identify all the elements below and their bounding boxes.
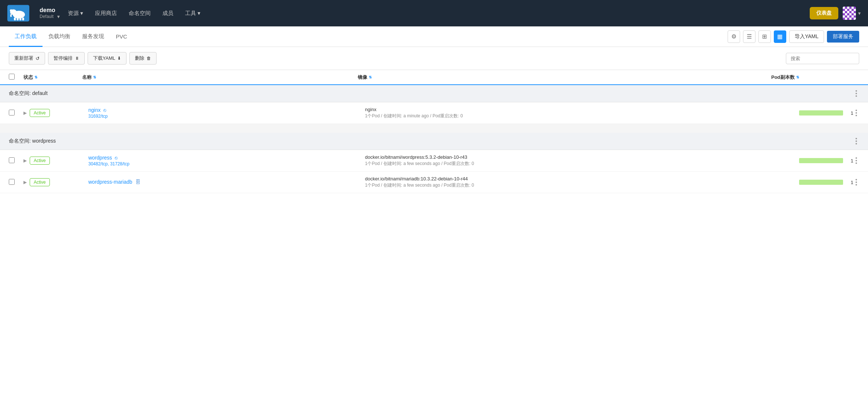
svg-rect-11 — [852, 7, 854, 9]
nav-right-area: 仪表盘 — [810, 7, 861, 20]
tab-load-balance[interactable]: 负载均衡 — [43, 26, 76, 47]
col-header-name[interactable]: 名称 ⇅ — [82, 74, 358, 81]
svg-rect-19 — [849, 13, 852, 15]
namespace-label-wordpress: 命名空间: wordpress — [9, 138, 853, 144]
row-more-btn-nginx[interactable] — [853, 108, 859, 118]
logo-area — [7, 4, 29, 22]
download-icon: ⬇ — [117, 56, 121, 61]
col-header-image[interactable]: 镜像 ⇅ — [358, 74, 771, 81]
pods-sort-arrows: ⇅ — [796, 75, 799, 79]
pod-count-wordpress: 1 — [846, 158, 853, 164]
tabs-right: ⚙ ☰ ⊞ ▦ 导入YAML 部署服务 — [728, 30, 859, 43]
table-row: ▶ Active wordpress-mariadb 🗄 docker.io/b… — [0, 172, 868, 193]
status-badge-nginx: Active — [30, 109, 50, 117]
deploy-service-button[interactable]: 部署服务 — [827, 31, 859, 43]
brand-default: Default ▾ — [40, 14, 60, 19]
image-meta-wordpress: 1个Pod / 创建时间: a few seconds ago / Pod重启次… — [365, 161, 780, 167]
workload-name-wordpress[interactable]: wordpress — [88, 155, 112, 161]
svg-rect-10 — [847, 7, 849, 9]
main-nav: 资源 ▾ 应用商店 命名空间 成员 工具 ▾ — [63, 7, 810, 20]
expand-btn-nginx[interactable]: ▶ — [23, 110, 27, 115]
image-name-nginx: nginx — [365, 107, 780, 112]
image-sort-arrows: ⇅ — [369, 75, 372, 79]
pod-count-mariadb: 1 — [846, 180, 853, 185]
nav-tools[interactable]: 工具 ▾ — [180, 7, 206, 20]
svg-rect-16 — [847, 11, 849, 13]
svg-rect-17 — [852, 11, 854, 13]
tabs-left: 工作负载 负载均衡 服务发现 PVC — [9, 26, 728, 47]
svg-rect-20 — [854, 13, 856, 15]
svg-rect-13 — [849, 9, 852, 11]
svg-rect-25 — [849, 18, 852, 20]
import-yaml-button[interactable]: 导入YAML — [789, 30, 824, 43]
top-navbar: demo Default ▾ 资源 ▾ 应用商店 命名空间 成员 工具 ▾ 仪表… — [0, 0, 868, 26]
nav-namespaces[interactable]: 命名空间 — [124, 7, 156, 20]
col-header-pods[interactable]: Pod副本数 ⇅ — [771, 74, 845, 81]
expand-btn-wordpress[interactable]: ▶ — [23, 158, 27, 163]
row-checkbox-wordpress[interactable] — [9, 157, 15, 163]
row-checkbox-mariadb[interactable] — [9, 179, 15, 185]
main-content: 工作负载 负载均衡 服务发现 PVC ⚙ ☰ ⊞ ▦ 导入YAML 部署服务 重… — [0, 26, 868, 396]
nav-resources[interactable]: 资源 ▾ — [63, 7, 88, 20]
toolbar: 重新部署 ↺ 暂停编排 ⏸ 下载YAML ⬇ 删除 🗑 — [0, 47, 868, 70]
workload-name-mariadb[interactable]: wordpress-mariadb — [88, 179, 132, 185]
status-sort-arrows: ⇅ — [34, 75, 37, 79]
namespace-wordpress-more-btn[interactable] — [853, 136, 859, 146]
svg-rect-18 — [845, 13, 847, 15]
image-name-mariadb: docker.io/bitnami/mariadb:10.3.22-debian… — [365, 176, 780, 182]
select-all-checkbox[interactable] — [9, 74, 15, 80]
redeploy-button[interactable]: 重新部署 ↺ — [9, 52, 45, 65]
search-input[interactable] — [786, 53, 859, 64]
svg-rect-15 — [843, 11, 845, 13]
table-row: ▶ Active nginx ⎋ 31692/tcp nginx 1个Pod /… — [0, 102, 868, 124]
app-logo — [7, 4, 29, 22]
nav-appstore[interactable]: 应用商店 — [90, 7, 122, 20]
namespace-row-wordpress: 命名空间: wordpress — [0, 133, 868, 150]
avatar-dropdown-arrow: ▾ — [858, 10, 861, 16]
tools-dropdown-arrow: ▾ — [198, 10, 201, 16]
svg-rect-24 — [845, 18, 847, 20]
brand-name: demo — [40, 7, 60, 14]
pod-bar-mariadb — [799, 180, 843, 185]
user-avatar-area[interactable]: ▾ — [843, 7, 861, 20]
dashboard-button[interactable]: 仪表盘 — [810, 7, 838, 19]
header-checkbox-col — [9, 74, 23, 81]
namespace-row-default: 命名空间: default — [0, 85, 868, 102]
tab-service-discovery[interactable]: 服务发现 — [76, 26, 110, 47]
workload-name-nginx[interactable]: nginx — [88, 107, 100, 113]
delete-button[interactable]: 删除 🗑 — [129, 52, 157, 65]
col-header-status[interactable]: 状态 ⇅ — [23, 74, 82, 81]
svg-rect-4 — [14, 18, 16, 21]
view-table-icon-btn[interactable]: ▦ — [774, 30, 786, 43]
svg-rect-22 — [847, 15, 849, 18]
pod-bar-nginx — [799, 110, 843, 115]
row-checkbox-nginx[interactable] — [9, 110, 15, 115]
svg-rect-12 — [845, 9, 847, 11]
namespace-default-more-btn[interactable] — [853, 89, 859, 98]
svg-rect-7 — [22, 18, 24, 21]
row-more-btn-mariadb[interactable] — [853, 177, 859, 187]
svg-rect-26 — [854, 18, 856, 20]
name-sort-arrows: ⇅ — [93, 75, 96, 79]
view-group-icon-btn[interactable]: ⊞ — [758, 30, 771, 43]
view-config-icon-btn[interactable]: ⚙ — [728, 30, 740, 43]
nav-members[interactable]: 成员 — [157, 7, 179, 20]
resources-dropdown-arrow: ▾ — [80, 10, 83, 16]
pause-icon: ⏸ — [75, 56, 79, 61]
download-yaml-button[interactable]: 下载YAML ⬇ — [88, 52, 126, 65]
link-icon-nginx: ⎋ — [103, 107, 106, 113]
namespace-spacer — [0, 124, 868, 133]
view-list-icon-btn[interactable]: ☰ — [743, 30, 755, 43]
pause-button[interactable]: 暂停编排 ⏸ — [48, 52, 85, 65]
image-meta-mariadb: 1个Pod / 创建时间: a few seconds ago / Pod重启次… — [365, 182, 780, 188]
image-name-wordpress: docker.io/bitnami/wordpress:5.3.2-debian… — [365, 154, 780, 160]
user-avatar — [843, 7, 856, 20]
tab-pvc[interactable]: PVC — [110, 27, 133, 47]
svg-rect-6 — [19, 18, 21, 21]
expand-btn-mariadb[interactable]: ▶ — [23, 180, 27, 185]
brand-selector[interactable]: demo Default ▾ — [37, 6, 63, 21]
db-icon-mariadb: 🗄 — [135, 179, 140, 185]
row-more-btn-wordpress[interactable] — [853, 156, 859, 165]
port-nginx: 31692/tcp — [88, 114, 365, 119]
tab-workloads[interactable]: 工作负载 — [9, 26, 43, 47]
